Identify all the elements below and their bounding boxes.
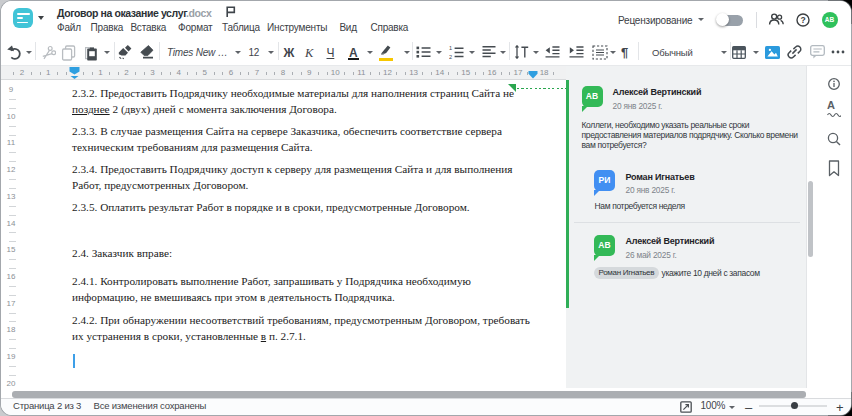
svg-text:1: 1: [449, 45, 452, 51]
svg-text:2: 2: [449, 53, 452, 59]
svg-text:?: ?: [800, 14, 805, 24]
